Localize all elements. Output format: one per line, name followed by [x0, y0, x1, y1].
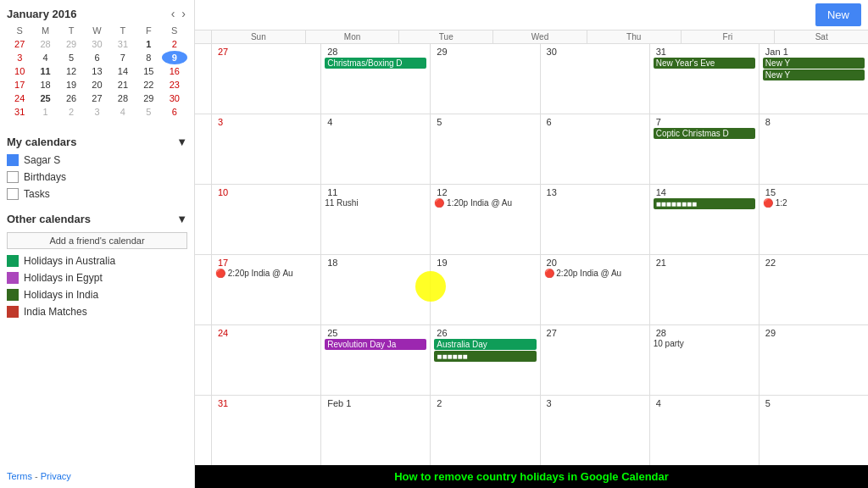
day-cell[interactable]: 25Revolution Day Ja	[321, 325, 431, 395]
day-cell[interactable]: 28Christmas/Boxing D	[321, 44, 431, 114]
mini-cal-day[interactable]: 5	[136, 105, 161, 119]
day-cell[interactable]: 29	[431, 44, 540, 114]
privacy-link[interactable]: Privacy	[41, 471, 71, 481]
event-pill[interactable]: New Y	[763, 69, 865, 80]
other-calendar-item[interactable]: Holidays in Egypt	[7, 269, 187, 286]
mini-cal-day[interactable]: 9	[162, 51, 187, 64]
other-calendar-item[interactable]: Holidays in India	[7, 286, 187, 303]
event-pill[interactable]: Coptic Christmas D	[654, 128, 755, 139]
day-cell[interactable]: 2810 party	[650, 325, 760, 395]
day-cell[interactable]: 31New Year's Eve	[650, 44, 760, 114]
mini-cal-day[interactable]: 7	[110, 51, 136, 64]
day-cell[interactable]: 24	[212, 325, 321, 395]
new-button[interactable]: New	[815, 3, 861, 26]
day-cell[interactable]: 15🔴 1:2	[760, 185, 868, 254]
my-calendar-item[interactable]: Birthdays	[7, 169, 187, 186]
mini-cal-day[interactable]: 25	[32, 92, 58, 105]
mini-cal-day[interactable]: 16	[162, 64, 187, 78]
day-cell[interactable]: 4	[650, 396, 760, 465]
day-cell[interactable]: 6	[541, 114, 650, 184]
event-item[interactable]: 🔴 2:20p India @ Au	[215, 269, 317, 278]
mini-cal-day[interactable]: 26	[58, 92, 84, 105]
mini-cal-day[interactable]: 20	[84, 78, 109, 92]
my-calendar-item[interactable]: Sagar S	[7, 152, 187, 169]
my-calendars-dropdown-icon[interactable]: ▼	[176, 136, 187, 148]
mini-cal-day[interactable]: 13	[84, 64, 109, 78]
mini-cal-day[interactable]: 10	[7, 64, 32, 78]
day-cell[interactable]: 27	[212, 44, 321, 114]
mini-cal-day[interactable]: 27	[7, 37, 32, 51]
mini-cal-day[interactable]: 3	[7, 51, 32, 64]
event-item[interactable]: 🔴 1:20p India @ Au	[434, 198, 536, 208]
day-cell[interactable]: 2	[431, 396, 540, 465]
day-cell[interactable]: 20🔴 2:20p India @ Au	[541, 255, 650, 324]
other-calendars-header[interactable]: Other calendars ▼	[7, 209, 187, 229]
mini-cal-day[interactable]: 29	[58, 37, 84, 51]
mini-cal-day[interactable]: 28	[110, 92, 136, 105]
event-pill[interactable]: ■■■■■■	[434, 351, 536, 362]
event-pill[interactable]: Revolution Day Ja	[325, 339, 426, 350]
day-cell[interactable]: 10	[212, 185, 321, 254]
event-pill[interactable]: ■■■■■■■■	[654, 198, 755, 209]
day-cell[interactable]: 7Coptic Christmas D	[650, 114, 760, 184]
day-cell[interactable]: 4	[321, 114, 431, 184]
day-cell[interactable]: 13	[541, 185, 650, 254]
mini-cal-day[interactable]: 4	[110, 105, 136, 119]
my-calendar-item[interactable]: Tasks	[7, 186, 187, 202]
mini-cal-day[interactable]: 14	[110, 64, 136, 78]
mini-cal-day[interactable]: 31	[110, 37, 136, 51]
event-item[interactable]: 11 Rushi	[325, 198, 426, 208]
event-pill[interactable]: Australia Day	[434, 339, 536, 350]
day-cell[interactable]: 26Australia Day■■■■■■	[431, 325, 540, 395]
mini-cal-day[interactable]: 23	[162, 78, 187, 92]
mini-cal-prev[interactable]: ‹	[170, 7, 177, 20]
mini-cal-day[interactable]: 12	[58, 64, 84, 78]
day-cell[interactable]: 22	[760, 255, 868, 324]
day-cell[interactable]: 8	[760, 114, 868, 184]
other-calendar-item[interactable]: India Matches	[7, 303, 187, 320]
mini-cal-day[interactable]: 3	[84, 105, 109, 119]
mini-cal-day[interactable]: 22	[136, 78, 161, 92]
day-cell[interactable]: 14■■■■■■■■	[650, 185, 760, 254]
mini-cal-day[interactable]: 30	[84, 37, 109, 51]
day-cell[interactable]: 19	[431, 255, 540, 324]
mini-cal-next[interactable]: ›	[180, 7, 187, 20]
event-pill[interactable]: New Year's Eve	[654, 58, 755, 69]
mini-cal-day[interactable]: 18	[32, 78, 58, 92]
mini-cal-day[interactable]: 6	[162, 105, 187, 119]
mini-cal-day[interactable]: 24	[7, 92, 32, 105]
mini-cal-day[interactable]: 31	[7, 105, 32, 119]
mini-cal-day[interactable]: 15	[136, 64, 161, 78]
day-cell[interactable]: 5	[431, 114, 540, 184]
mini-cal-day[interactable]: 2	[162, 37, 187, 51]
day-cell[interactable]: 12🔴 1:20p India @ Au	[431, 185, 540, 254]
day-cell[interactable]: 5	[760, 396, 868, 465]
mini-cal-day[interactable]: 30	[162, 92, 187, 105]
day-cell[interactable]: 3	[212, 114, 321, 184]
day-cell[interactable]: 21	[650, 255, 760, 324]
day-cell[interactable]: 27	[541, 325, 650, 395]
day-cell[interactable]: 29	[760, 325, 868, 395]
mini-cal-day[interactable]: 5	[58, 51, 84, 64]
my-calendars-header[interactable]: My calendars ▼	[7, 132, 187, 152]
day-cell[interactable]: 3	[541, 396, 650, 465]
mini-cal-day[interactable]: 19	[58, 78, 84, 92]
event-item[interactable]: 10 party	[654, 339, 755, 348]
mini-cal-day[interactable]: 17	[7, 78, 32, 92]
event-item[interactable]: 🔴 1:2	[763, 198, 865, 208]
day-cell[interactable]: Jan 1New YNew Y	[760, 44, 868, 114]
mini-cal-day[interactable]: 2	[58, 105, 84, 119]
mini-cal-day[interactable]: 27	[84, 92, 109, 105]
other-calendars-dropdown-icon[interactable]: ▼	[176, 213, 187, 225]
mini-cal-day[interactable]: 4	[32, 51, 58, 64]
event-item[interactable]: 🔴 2:20p India @ Au	[544, 269, 646, 278]
day-cell[interactable]: 1111 Rushi	[321, 185, 431, 254]
day-cell[interactable]: 31	[212, 396, 321, 465]
mini-cal-day[interactable]: 28	[32, 37, 58, 51]
day-cell[interactable]: Feb 1	[321, 396, 431, 465]
mini-cal-day[interactable]: 1	[32, 105, 58, 119]
event-pill[interactable]: New Y	[763, 58, 865, 69]
mini-cal-day[interactable]: 1	[136, 37, 161, 51]
mini-cal-day[interactable]: 8	[136, 51, 161, 64]
other-calendar-item[interactable]: Holidays in Australia	[7, 252, 187, 269]
